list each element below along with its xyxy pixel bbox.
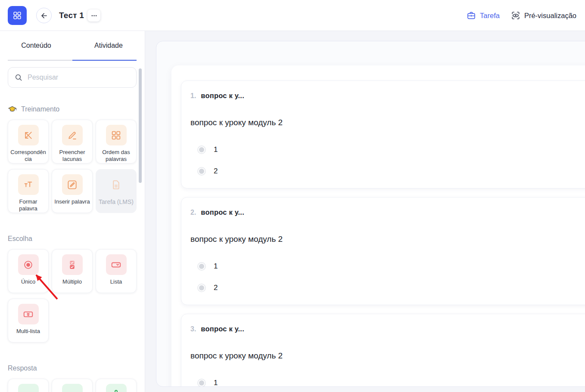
tab-conteudo[interactable]: Conteúdo xyxy=(0,31,72,60)
radio-button[interactable] xyxy=(197,167,206,176)
answer-option: 1 xyxy=(190,377,585,387)
activity-card-label: Lista xyxy=(109,278,123,285)
answer-option: 1 xyxy=(190,144,585,156)
sidebar-tabs: Conteúdo Atividade xyxy=(0,31,145,60)
more-options-button[interactable] xyxy=(87,9,100,22)
graduation-cap-icon xyxy=(8,105,17,114)
activity-card-label: Correspondência xyxy=(8,149,48,163)
activity-card-label: Único xyxy=(20,278,37,285)
sidebar: Conteúdo Atividade TreinamentoCorrespond… xyxy=(0,31,145,392)
activity-card-label: Multi-lista xyxy=(15,328,41,335)
tarefa-label: Tarefa xyxy=(480,12,500,20)
search-box xyxy=(8,67,137,88)
question-header: 2.вопрос к у... xyxy=(190,208,585,217)
answer-option: 2 xyxy=(190,165,585,177)
ellipsis-icon xyxy=(90,12,98,19)
activity-card-label: Múltiplo xyxy=(61,278,83,285)
arrows-cross-icon xyxy=(18,125,39,145)
tab-atividade[interactable]: Atividade xyxy=(72,31,145,60)
activity-card-radio[interactable]: Único xyxy=(8,249,49,293)
question-card[interactable]: 3.вопрос к у...вопрос к уроку модуль 21 xyxy=(181,314,585,387)
two-lines-icon xyxy=(18,384,39,392)
question-header: 1.вопрос к у... xyxy=(190,91,585,100)
text-tt-icon xyxy=(18,174,39,195)
sidebar-section-resposta: Resposta xyxy=(8,362,137,392)
preview-button[interactable]: Pré-visualização xyxy=(511,11,576,20)
activity-card-document: Tarefa (LMS) xyxy=(96,169,137,213)
question-header: 3.вопрос к у... xyxy=(190,324,585,333)
activity-card-dropdown-multi[interactable]: Multi-lista xyxy=(8,299,49,343)
microphone-icon xyxy=(106,384,127,392)
activity-card-pencil[interactable]: Preencher lacunas xyxy=(52,120,93,164)
question-number: 1. xyxy=(190,92,196,100)
section-title-label: Resposta xyxy=(8,364,37,372)
question-list: 1.вопрос к у...вопрос к уроку модуль 212… xyxy=(181,80,585,387)
search-input[interactable] xyxy=(28,74,130,81)
tab-underline-inactive xyxy=(8,60,72,61)
activity-card-label: Preencher lacunas xyxy=(52,149,92,163)
question-body: вопрос к уроку модуль 2 xyxy=(190,234,585,244)
radio-button[interactable] xyxy=(197,379,206,387)
answer-option-label: 2 xyxy=(214,284,218,292)
arrow-left-icon xyxy=(40,12,48,20)
radio-icon xyxy=(18,254,39,275)
section-title-label: Treinamento xyxy=(21,105,59,113)
question-title: вопрос к у... xyxy=(201,91,244,100)
document-icon xyxy=(106,174,127,195)
topbar: Тест 1 Tarefa Pré-visualização xyxy=(0,0,585,31)
activity-card-microphone[interactable] xyxy=(96,379,137,392)
activity-inner-panel: 1.вопрос к у...вопрос к уроку модуль 212… xyxy=(171,65,585,387)
sidebar-sections: TreinamentoCorrespondênciaPreencher lacu… xyxy=(8,103,137,392)
page-title: Тест 1 xyxy=(59,0,84,31)
dropdown-multi-icon xyxy=(18,304,39,324)
activity-card-grid-squares[interactable]: Ordem das palavras xyxy=(96,120,137,164)
activity-card-dropdown[interactable]: Lista xyxy=(96,249,137,293)
preview-label: Pré-visualização xyxy=(524,12,576,20)
activity-outer-panel: 1.вопрос к у...вопрос к уроку модуль 212… xyxy=(156,41,585,387)
activity-card-label: Formar palavra xyxy=(8,198,48,212)
answer-option: 1 xyxy=(190,260,585,272)
radio-button[interactable] xyxy=(197,284,206,292)
back-button[interactable] xyxy=(36,8,52,23)
dropdown-icon xyxy=(106,254,127,275)
preview-eye-icon xyxy=(511,11,520,20)
activity-grid: CorrespondênciaPreencher lacunasOrdem da… xyxy=(8,120,137,213)
answer-option-label: 1 xyxy=(214,145,218,154)
sidebar-scrollbar[interactable] xyxy=(139,68,142,183)
apps-grid-icon xyxy=(12,11,22,20)
activity-grid: ÚnicoMúltiploListaMulti-lista xyxy=(8,249,137,343)
question-number: 2. xyxy=(190,208,196,217)
checkboxes-icon xyxy=(62,254,83,275)
activity-card-label: Ordem das palavras xyxy=(96,149,136,163)
question-title: вопрос к у... xyxy=(201,208,244,216)
question-card[interactable]: 1.вопрос к у...вопрос к уроку модуль 212 xyxy=(181,80,585,188)
question-title: вопрос к у... xyxy=(201,324,244,333)
grid-squares-icon xyxy=(106,125,127,145)
pencil-icon xyxy=(62,125,83,145)
app-menu-button[interactable] xyxy=(8,6,27,25)
main-area: 1.вопрос к у...вопрос к уроку модуль 212… xyxy=(145,31,585,392)
question-card[interactable]: 2.вопрос к у...вопрос к уроку модуль 212 xyxy=(181,197,585,305)
activity-card-text-tt[interactable]: Formar palavra xyxy=(8,169,49,213)
activity-card-pencil-square[interactable]: Inserir palavra xyxy=(52,169,93,213)
answer-option: 2 xyxy=(190,282,585,294)
activity-card-arrows-cross[interactable]: Correspondência xyxy=(8,120,49,164)
section-title-label: Escolha xyxy=(8,235,32,243)
tab-underline-active xyxy=(72,60,137,61)
tarefa-button[interactable]: Tarefa xyxy=(467,11,500,20)
activity-card-three-lines[interactable] xyxy=(52,379,93,392)
section-title-treinamento: Treinamento xyxy=(8,103,137,115)
answer-option-label: 1 xyxy=(214,262,218,271)
screen: Тест 1 Tarefa Pré-visualização Conteúdo … xyxy=(0,0,585,392)
section-title-escolha: Escolha xyxy=(8,233,137,245)
question-body: вопрос к уроку модуль 2 xyxy=(190,351,585,361)
pencil-square-icon xyxy=(62,174,83,195)
radio-button[interactable] xyxy=(197,145,206,154)
tab-underline xyxy=(8,60,137,61)
activity-card-label: Inserir palavra xyxy=(53,198,91,205)
sidebar-section-treinamento: TreinamentoCorrespondênciaPreencher lacu… xyxy=(8,103,137,213)
answer-option-label: 2 xyxy=(214,167,218,176)
radio-button[interactable] xyxy=(197,262,206,271)
activity-card-checkboxes[interactable]: Múltiplo xyxy=(52,249,93,293)
activity-card-two-lines[interactable] xyxy=(8,379,49,392)
